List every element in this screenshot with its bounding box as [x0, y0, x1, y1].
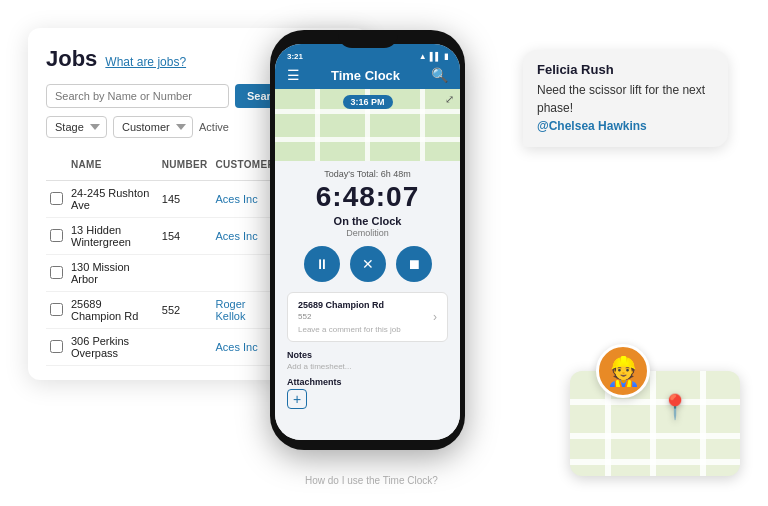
phone-app-header: ☰ Time Clock 🔍 [275, 63, 460, 89]
attachments-row: + [287, 389, 307, 409]
row-name: 25689 Champion Rd [67, 292, 158, 329]
map-time-bubble: 3:16 PM [342, 95, 392, 109]
avatar-circle: 👷 [596, 344, 650, 398]
on-the-clock-label: On the Clock [334, 215, 402, 227]
phone-notch [338, 30, 398, 48]
switch-button[interactable]: ✕ [350, 246, 386, 282]
row-name: 306 Perkins Overpass [67, 329, 158, 366]
chat-bubble: Felicia Rush Need the scissor lift for t… [523, 50, 728, 147]
row-checkbox-cell[interactable] [46, 329, 67, 366]
phone-device: 3:21 ▲ ▌▌ ▮ ☰ Time Clock 🔍 3:16 [270, 30, 465, 450]
job-comment-placeholder: Leave a comment for this job [298, 325, 401, 334]
notes-label: Notes [287, 350, 312, 360]
row-number [158, 255, 212, 292]
statusbar-icons: ▲ ▌▌ ▮ [419, 52, 448, 61]
clock-controls: ⏸ ✕ ⏹ [304, 246, 432, 282]
row-checkbox-cell[interactable] [46, 255, 67, 292]
wifi-icon: ▲ [419, 52, 427, 61]
map-road [650, 371, 656, 476]
job-card-info: 25689 Champion Rd 552 Leave a comment fo… [298, 300, 401, 334]
phone-wrapper: 3:21 ▲ ▌▌ ▮ ☰ Time Clock 🔍 3:16 [270, 30, 465, 450]
job-number: 552 [298, 312, 401, 321]
row-checkbox[interactable] [50, 303, 63, 316]
row-name: 13 Hidden Wintergreen [67, 218, 158, 255]
attachments-label: Attachments [287, 377, 342, 387]
expand-icon[interactable]: ⤢ [445, 93, 454, 106]
clock-time-display: 6:48:07 [316, 181, 420, 213]
row-number: 154 [158, 218, 212, 255]
today-total: Today's Total: 6h 48m [324, 169, 411, 179]
chat-mention[interactable]: @Chelsea Hawkins [537, 119, 647, 133]
row-name: 130 Mission Arbor [67, 255, 158, 292]
row-checkbox-cell[interactable] [46, 218, 67, 255]
row-name: 24-245 Rushton Ave [67, 181, 158, 218]
chat-sender-name: Felicia Rush [537, 62, 714, 77]
chat-message: Need the scissor lift for the next phase… [537, 81, 714, 135]
phone-clock-content: Today's Total: 6h 48m 6:48:07 On the Clo… [275, 161, 460, 440]
map-pin-icon: 📍 [660, 393, 690, 421]
pause-button[interactable]: ⏸ [304, 246, 340, 282]
menu-icon[interactable]: ☰ [287, 67, 300, 83]
row-number: 552 [158, 292, 212, 329]
worker-avatar: 👷 [596, 344, 650, 398]
row-checkbox-cell[interactable] [46, 181, 67, 218]
notes-placeholder[interactable]: Add a timesheet... [287, 362, 351, 371]
job-address: 25689 Champion Rd [298, 300, 401, 310]
row-checkbox[interactable] [50, 340, 63, 353]
phone-map: 3:16 PM ⤢ [275, 89, 460, 161]
what-are-jobs-link[interactable]: What are jobs? [105, 55, 186, 69]
add-attachment-button[interactable]: + [287, 389, 307, 409]
stop-button[interactable]: ⏹ [396, 246, 432, 282]
map-road [700, 371, 706, 476]
battery-icon: ▮ [444, 52, 448, 61]
search-icon[interactable]: 🔍 [431, 67, 448, 83]
signal-icon: ▌▌ [430, 52, 441, 61]
status-time: 3:21 [287, 52, 303, 61]
search-input[interactable] [46, 84, 229, 108]
row-checkbox-cell[interactable] [46, 292, 67, 329]
row-checkbox[interactable] [50, 229, 63, 242]
row-number [158, 329, 212, 366]
row-checkbox[interactable] [50, 192, 63, 205]
map-road [420, 89, 425, 161]
row-number: 145 [158, 181, 212, 218]
jobs-title: Jobs [46, 46, 97, 72]
row-checkbox[interactable] [50, 266, 63, 279]
customer-filter[interactable]: Customer [113, 116, 193, 138]
app-title: Time Clock [300, 68, 431, 83]
col-number: NUMBER [158, 148, 212, 181]
job-card[interactable]: 25689 Champion Rd 552 Leave a comment fo… [287, 292, 448, 342]
map-road [315, 89, 320, 161]
job-category-label: Demolition [346, 228, 389, 238]
worker-icon: 👷 [606, 355, 641, 388]
phone-screen: 3:21 ▲ ▌▌ ▮ ☰ Time Clock 🔍 3:16 [275, 44, 460, 440]
job-card-arrow-icon: › [433, 310, 437, 324]
col-name: NAME [67, 148, 158, 181]
stage-filter[interactable]: Stage [46, 116, 107, 138]
chat-message-text: Need the scissor lift for the next phase… [537, 83, 705, 115]
active-filter-label: Active [199, 121, 229, 133]
help-text[interactable]: How do I use the Time Clock? [305, 475, 438, 486]
